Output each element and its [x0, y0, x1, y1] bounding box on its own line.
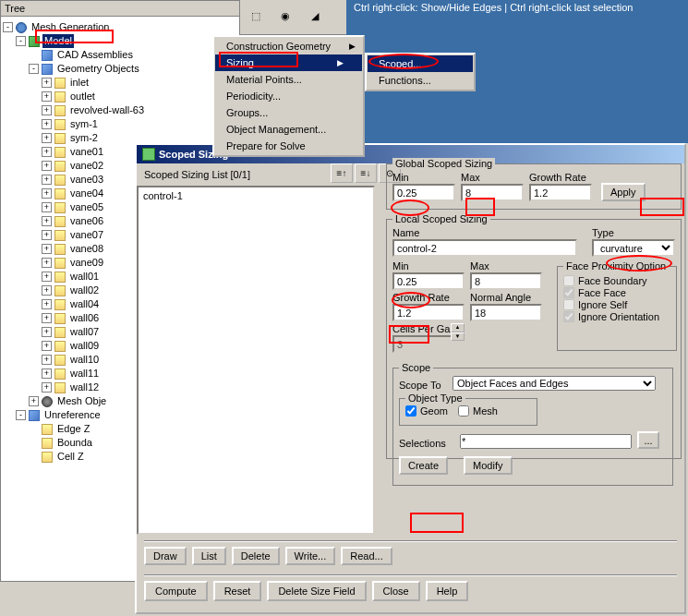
expand-icon[interactable]: + [42, 216, 52, 226]
scope-to-select[interactable]: Object Faces and Edges [453, 376, 656, 391]
draw-button[interactable]: Draw [144, 547, 187, 565]
tree-geom[interactable]: -Geometry Objects [3, 62, 239, 76]
list-item[interactable]: control-1 [140, 189, 371, 202]
menu-groups[interactable]: Groups... [215, 104, 362, 121]
expand-icon[interactable]: + [42, 78, 52, 88]
chevron-right-icon: ▶ [337, 58, 344, 67]
close-button[interactable]: Close [372, 581, 420, 601]
submenu: Scoped... Functions... [365, 53, 476, 91]
modify-button[interactable]: Modify [464, 456, 512, 475]
delete-button[interactable]: Delete [232, 547, 280, 565]
group-title: Object Type [405, 393, 465, 404]
menu-object-management[interactable]: Object Management... [215, 121, 362, 138]
expand-icon[interactable]: + [42, 105, 52, 115]
expand-icon[interactable]: + [42, 313, 52, 323]
expand-icon[interactable]: + [42, 202, 52, 212]
toolbar-button[interactable]: ◉ [272, 2, 299, 30]
expand-icon[interactable]: - [16, 36, 26, 46]
help-button[interactable]: Help [426, 581, 469, 601]
expand-icon[interactable]: + [42, 327, 52, 337]
menu-periodicity[interactable]: Periodicity... [215, 88, 362, 104]
ignore-orientation-check [563, 311, 574, 322]
folder-icon [54, 285, 66, 296]
type-select[interactable]: curvature [592, 239, 675, 257]
selections-input[interactable] [460, 434, 632, 449]
tree-geom-item[interactable]: +revolved-wall-63 [3, 103, 239, 117]
menu-scoped[interactable]: Scoped... [368, 55, 473, 72]
browse-button[interactable]: ... [637, 431, 659, 449]
expand-icon[interactable]: - [16, 410, 26, 420]
toolbar-button[interactable]: ◢ [301, 2, 329, 30]
folder-icon [54, 78, 66, 89]
folder-icon [54, 91, 66, 103]
write-button[interactable]: Write... [285, 547, 336, 565]
sort-desc-button[interactable]: ≡↓ [355, 163, 377, 183]
tree-geom-item[interactable]: +inlet [3, 76, 239, 90]
expand-icon[interactable]: + [42, 244, 52, 254]
global-max-input[interactable] [461, 184, 524, 201]
global-min-input[interactable] [392, 184, 455, 201]
folder-icon [54, 202, 66, 213]
toolbar-button[interactable]: ⬚ [242, 2, 270, 30]
local-min-input[interactable] [392, 272, 465, 290]
expand-icon[interactable]: + [42, 368, 52, 379]
menu-functions[interactable]: Functions... [368, 72, 473, 89]
tree-geom-item[interactable]: +sym-1 [3, 117, 239, 131]
expand-icon[interactable]: + [42, 285, 52, 296]
create-button[interactable]: Create [399, 456, 448, 475]
spin-up-icon[interactable]: ▲ [451, 323, 465, 332]
tree-root[interactable]: -Mesh Generation [3, 20, 239, 34]
expand-icon[interactable]: + [42, 175, 52, 185]
normal-angle-input[interactable] [470, 304, 542, 321]
expand-icon[interactable]: + [42, 355, 52, 365]
sort-asc-button[interactable]: ≡↑ [331, 163, 353, 183]
expand-icon[interactable]: + [42, 382, 52, 393]
local-sizing-group: Local Scoped Sizing Name Typecurvature M… [386, 219, 682, 459]
spin-down-icon[interactable]: ▼ [451, 332, 465, 342]
mesh-check[interactable] [458, 405, 469, 417]
expand-icon[interactable]: + [42, 91, 52, 102]
list-button[interactable]: List [192, 547, 226, 565]
expand-icon[interactable]: + [42, 133, 52, 143]
expand-icon[interactable]: + [42, 299, 52, 309]
expand-icon[interactable]: + [42, 230, 52, 240]
folder-icon [54, 147, 66, 158]
face-proximity-group: Face Proximity Option Face Boundary Face… [557, 266, 677, 351]
expand-icon[interactable]: + [42, 341, 52, 351]
folder-icon [54, 230, 66, 241]
folder-icon [54, 175, 66, 186]
expand-icon[interactable]: + [29, 396, 39, 406]
menu-sizing[interactable]: Sizing▶ [215, 54, 362, 71]
menu-material-points[interactable]: Material Points... [215, 71, 362, 88]
delete-size-field-button[interactable]: Delete Size Field [267, 581, 366, 601]
face-boundary-check [563, 275, 574, 286]
menu-construction-geometry[interactable]: Construction Geometry▶ [215, 38, 362, 54]
expand-icon[interactable]: + [42, 147, 52, 157]
apply-button[interactable]: Apply [601, 183, 646, 201]
local-growthrate-input[interactable] [392, 304, 465, 321]
expand-icon[interactable]: + [42, 119, 52, 129]
compute-button[interactable]: Compute [144, 581, 208, 601]
context-menu: Construction Geometry▶ Sizing▶ Material … [212, 35, 365, 157]
folder-icon [54, 382, 66, 393]
expand-icon[interactable]: - [3, 22, 13, 32]
global-growthrate-input[interactable] [529, 184, 592, 201]
menu-prepare-solve[interactable]: Prepare for Solve [215, 138, 362, 154]
group-title: Scope [399, 362, 433, 373]
expand-icon[interactable]: + [42, 161, 52, 171]
name-input[interactable] [392, 239, 577, 257]
expand-icon[interactable]: + [42, 272, 52, 282]
tree-geom-item[interactable]: +outlet [3, 90, 239, 103]
expand-icon[interactable]: - [29, 64, 39, 74]
reset-button[interactable]: Reset [213, 581, 262, 601]
read-button[interactable]: Read... [341, 547, 392, 565]
local-max-input[interactable] [470, 272, 542, 290]
tree-cad[interactable]: CAD Assemblies [3, 48, 239, 62]
folder-icon [54, 341, 66, 352]
tree-model[interactable]: -Model [3, 34, 239, 48]
expand-icon[interactable]: + [42, 258, 52, 268]
geom-check[interactable] [405, 405, 416, 417]
expand-icon[interactable]: + [42, 188, 52, 199]
sizing-list[interactable]: control-1 [137, 186, 375, 535]
folder-icon [54, 119, 66, 130]
